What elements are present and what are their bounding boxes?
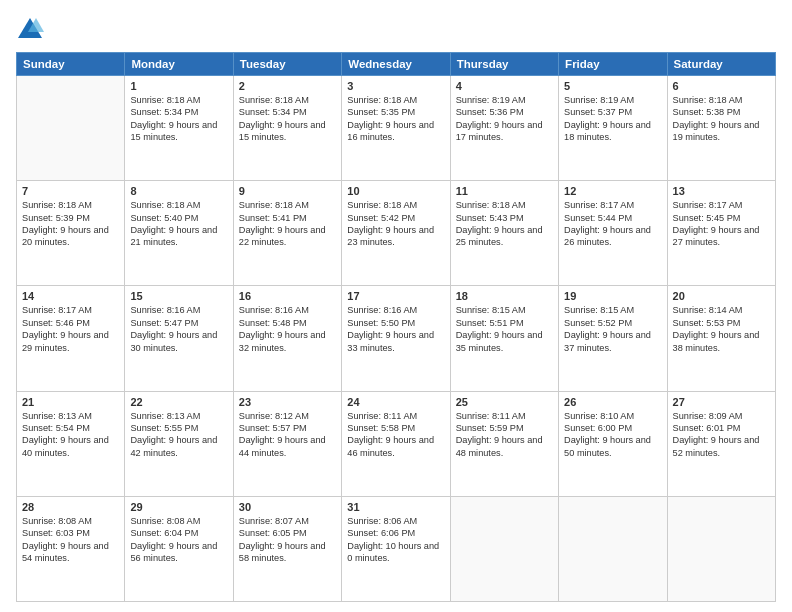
cell-info: Sunrise: 8:13 AMSunset: 5:55 PMDaylight:… (130, 410, 227, 460)
calendar-cell: 25Sunrise: 8:11 AMSunset: 5:59 PMDayligh… (450, 391, 558, 496)
day-number: 11 (456, 185, 553, 197)
calendar-cell: 23Sunrise: 8:12 AMSunset: 5:57 PMDayligh… (233, 391, 341, 496)
cell-info: Sunrise: 8:19 AMSunset: 5:36 PMDaylight:… (456, 94, 553, 144)
day-number: 13 (673, 185, 770, 197)
cell-info: Sunrise: 8:08 AMSunset: 6:04 PMDaylight:… (130, 515, 227, 565)
day-number: 31 (347, 501, 444, 513)
calendar-cell: 19Sunrise: 8:15 AMSunset: 5:52 PMDayligh… (559, 286, 667, 391)
cell-info: Sunrise: 8:12 AMSunset: 5:57 PMDaylight:… (239, 410, 336, 460)
day-of-week-header: Friday (559, 53, 667, 76)
day-number: 20 (673, 290, 770, 302)
cell-info: Sunrise: 8:18 AMSunset: 5:34 PMDaylight:… (239, 94, 336, 144)
calendar-cell: 27Sunrise: 8:09 AMSunset: 6:01 PMDayligh… (667, 391, 775, 496)
day-number: 10 (347, 185, 444, 197)
day-number: 15 (130, 290, 227, 302)
day-number: 18 (456, 290, 553, 302)
cell-info: Sunrise: 8:11 AMSunset: 5:58 PMDaylight:… (347, 410, 444, 460)
day-number: 12 (564, 185, 661, 197)
calendar-cell: 22Sunrise: 8:13 AMSunset: 5:55 PMDayligh… (125, 391, 233, 496)
calendar-cell: 28Sunrise: 8:08 AMSunset: 6:03 PMDayligh… (17, 496, 125, 601)
cell-info: Sunrise: 8:11 AMSunset: 5:59 PMDaylight:… (456, 410, 553, 460)
cell-info: Sunrise: 8:18 AMSunset: 5:38 PMDaylight:… (673, 94, 770, 144)
calendar-table: SundayMondayTuesdayWednesdayThursdayFrid… (16, 52, 776, 602)
day-of-week-header: Wednesday (342, 53, 450, 76)
day-number: 7 (22, 185, 119, 197)
cell-info: Sunrise: 8:07 AMSunset: 6:05 PMDaylight:… (239, 515, 336, 565)
day-of-week-header: Saturday (667, 53, 775, 76)
cell-info: Sunrise: 8:18 AMSunset: 5:41 PMDaylight:… (239, 199, 336, 249)
cell-info: Sunrise: 8:18 AMSunset: 5:35 PMDaylight:… (347, 94, 444, 144)
calendar-cell: 3Sunrise: 8:18 AMSunset: 5:35 PMDaylight… (342, 76, 450, 181)
day-number: 14 (22, 290, 119, 302)
day-number: 1 (130, 80, 227, 92)
day-number: 4 (456, 80, 553, 92)
calendar-cell: 12Sunrise: 8:17 AMSunset: 5:44 PMDayligh… (559, 181, 667, 286)
calendar-cell: 2Sunrise: 8:18 AMSunset: 5:34 PMDaylight… (233, 76, 341, 181)
day-number: 26 (564, 396, 661, 408)
logo (16, 16, 48, 44)
day-number: 6 (673, 80, 770, 92)
calendar-cell (17, 76, 125, 181)
day-number: 24 (347, 396, 444, 408)
cell-info: Sunrise: 8:18 AMSunset: 5:42 PMDaylight:… (347, 199, 444, 249)
cell-info: Sunrise: 8:17 AMSunset: 5:45 PMDaylight:… (673, 199, 770, 249)
calendar-cell: 7Sunrise: 8:18 AMSunset: 5:39 PMDaylight… (17, 181, 125, 286)
cell-info: Sunrise: 8:17 AMSunset: 5:44 PMDaylight:… (564, 199, 661, 249)
logo-icon (16, 16, 44, 44)
calendar-cell: 8Sunrise: 8:18 AMSunset: 5:40 PMDaylight… (125, 181, 233, 286)
calendar-cell (667, 496, 775, 601)
day-number: 16 (239, 290, 336, 302)
day-number: 21 (22, 396, 119, 408)
cell-info: Sunrise: 8:19 AMSunset: 5:37 PMDaylight:… (564, 94, 661, 144)
cell-info: Sunrise: 8:09 AMSunset: 6:01 PMDaylight:… (673, 410, 770, 460)
cell-info: Sunrise: 8:18 AMSunset: 5:39 PMDaylight:… (22, 199, 119, 249)
day-number: 2 (239, 80, 336, 92)
cell-info: Sunrise: 8:18 AMSunset: 5:40 PMDaylight:… (130, 199, 227, 249)
cell-info: Sunrise: 8:18 AMSunset: 5:34 PMDaylight:… (130, 94, 227, 144)
calendar-cell: 9Sunrise: 8:18 AMSunset: 5:41 PMDaylight… (233, 181, 341, 286)
calendar-cell: 30Sunrise: 8:07 AMSunset: 6:05 PMDayligh… (233, 496, 341, 601)
calendar-cell: 20Sunrise: 8:14 AMSunset: 5:53 PMDayligh… (667, 286, 775, 391)
day-of-week-header: Sunday (17, 53, 125, 76)
day-number: 30 (239, 501, 336, 513)
day-of-week-header: Tuesday (233, 53, 341, 76)
calendar-cell: 17Sunrise: 8:16 AMSunset: 5:50 PMDayligh… (342, 286, 450, 391)
day-number: 22 (130, 396, 227, 408)
cell-info: Sunrise: 8:15 AMSunset: 5:51 PMDaylight:… (456, 304, 553, 354)
day-number: 8 (130, 185, 227, 197)
day-number: 17 (347, 290, 444, 302)
cell-info: Sunrise: 8:16 AMSunset: 5:50 PMDaylight:… (347, 304, 444, 354)
day-number: 27 (673, 396, 770, 408)
calendar-cell: 10Sunrise: 8:18 AMSunset: 5:42 PMDayligh… (342, 181, 450, 286)
cell-info: Sunrise: 8:17 AMSunset: 5:46 PMDaylight:… (22, 304, 119, 354)
calendar-cell: 13Sunrise: 8:17 AMSunset: 5:45 PMDayligh… (667, 181, 775, 286)
day-number: 28 (22, 501, 119, 513)
cell-info: Sunrise: 8:16 AMSunset: 5:47 PMDaylight:… (130, 304, 227, 354)
day-number: 25 (456, 396, 553, 408)
cell-info: Sunrise: 8:06 AMSunset: 6:06 PMDaylight:… (347, 515, 444, 565)
calendar-cell: 18Sunrise: 8:15 AMSunset: 5:51 PMDayligh… (450, 286, 558, 391)
calendar-cell: 31Sunrise: 8:06 AMSunset: 6:06 PMDayligh… (342, 496, 450, 601)
calendar-cell (450, 496, 558, 601)
day-number: 19 (564, 290, 661, 302)
day-number: 5 (564, 80, 661, 92)
calendar-cell: 21Sunrise: 8:13 AMSunset: 5:54 PMDayligh… (17, 391, 125, 496)
cell-info: Sunrise: 8:08 AMSunset: 6:03 PMDaylight:… (22, 515, 119, 565)
calendar-cell: 26Sunrise: 8:10 AMSunset: 6:00 PMDayligh… (559, 391, 667, 496)
cell-info: Sunrise: 8:13 AMSunset: 5:54 PMDaylight:… (22, 410, 119, 460)
day-number: 29 (130, 501, 227, 513)
calendar-cell: 11Sunrise: 8:18 AMSunset: 5:43 PMDayligh… (450, 181, 558, 286)
day-of-week-header: Monday (125, 53, 233, 76)
calendar-cell: 6Sunrise: 8:18 AMSunset: 5:38 PMDaylight… (667, 76, 775, 181)
calendar-cell: 4Sunrise: 8:19 AMSunset: 5:36 PMDaylight… (450, 76, 558, 181)
calendar-cell: 29Sunrise: 8:08 AMSunset: 6:04 PMDayligh… (125, 496, 233, 601)
calendar-cell: 24Sunrise: 8:11 AMSunset: 5:58 PMDayligh… (342, 391, 450, 496)
calendar-cell: 5Sunrise: 8:19 AMSunset: 5:37 PMDaylight… (559, 76, 667, 181)
calendar-cell (559, 496, 667, 601)
day-number: 9 (239, 185, 336, 197)
calendar-cell: 1Sunrise: 8:18 AMSunset: 5:34 PMDaylight… (125, 76, 233, 181)
day-number: 23 (239, 396, 336, 408)
cell-info: Sunrise: 8:18 AMSunset: 5:43 PMDaylight:… (456, 199, 553, 249)
cell-info: Sunrise: 8:14 AMSunset: 5:53 PMDaylight:… (673, 304, 770, 354)
calendar-cell: 15Sunrise: 8:16 AMSunset: 5:47 PMDayligh… (125, 286, 233, 391)
